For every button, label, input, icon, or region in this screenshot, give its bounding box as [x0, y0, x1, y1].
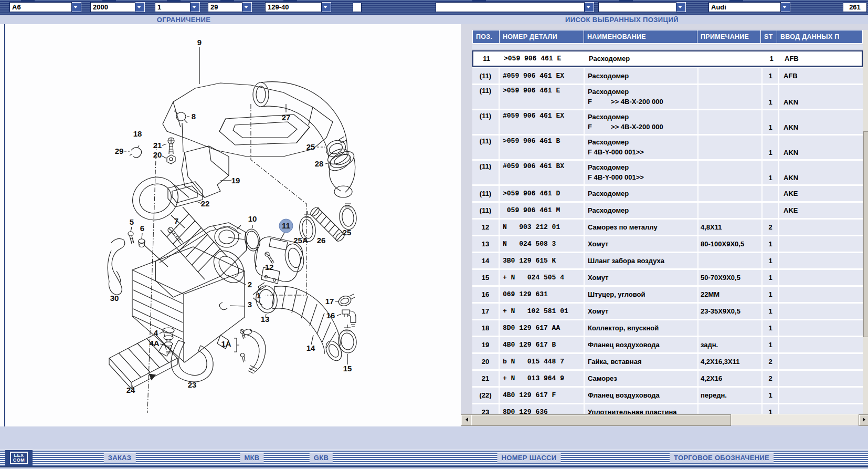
diagram-label-16[interactable]: 16: [326, 311, 335, 320]
exploded-diagram-panel[interactable]: 9188272528292120192256710111225A26252133…: [0, 24, 461, 426]
diagram-label-5[interactable]: 5: [130, 217, 134, 226]
table-row[interactable]: 20b N 015 448 7Гайка, вставная4,2X16,3X1…: [472, 354, 863, 369]
brand-combobox[interactable]: Audi: [708, 2, 790, 12]
horizontal-scrollbar-thumb[interactable]: [471, 414, 731, 426]
column-header-6[interactable]: ВВОД ДАННЫХ П: [777, 30, 862, 43]
diagram-label-22[interactable]: 22: [201, 199, 210, 208]
model-year-combobox[interactable]: 2000: [90, 2, 145, 12]
diagram-label-25A[interactable]: 25A: [293, 236, 308, 245]
diagram-label-30[interactable]: 30: [110, 294, 119, 303]
diagram-label-10[interactable]: 10: [248, 214, 257, 223]
table-row[interactable]: (11)>059 906 461 BРасходомерF 4B-Y-000 0…: [472, 136, 863, 159]
table-row[interactable]: (11)#059 906 461 BXРасходомерF 4B-Y-000 …: [472, 161, 863, 184]
chevron-down-icon[interactable]: [781, 2, 790, 12]
diagram-label-29[interactable]: 29: [115, 147, 124, 155]
diagram-label-4A[interactable]: 4A: [149, 339, 159, 348]
column-header-5[interactable]: ST: [761, 30, 777, 43]
statusbar-item-заказ[interactable]: ЗАКАЗ: [104, 453, 136, 463]
table-row[interactable]: (11)#059 906 461 EXРасходомерF >> 4B-X-2…: [472, 110, 863, 134]
statusbar-item-gкв[interactable]: GКВ: [310, 453, 333, 463]
search-combobox-1-value[interactable]: [436, 2, 585, 12]
diagram-label-13[interactable]: 13: [261, 315, 270, 324]
name-cell: Штуцер, угловой: [585, 287, 697, 302]
column-header-1[interactable]: ПОЗ.: [473, 30, 499, 43]
chevron-down-icon[interactable]: [135, 2, 145, 12]
search-combobox-2-value[interactable]: [598, 2, 676, 12]
statusbar-item-мкв[interactable]: МКВ: [240, 453, 263, 463]
chevron-down-icon[interactable]: [322, 2, 331, 12]
diagram-label-8[interactable]: 8: [192, 112, 196, 121]
table-row[interactable]: 194B0 129 617 BФланец воздуховодазадн.1: [472, 337, 863, 352]
diagram-label-12[interactable]: 12: [265, 263, 274, 272]
table-row[interactable]: (22)4B0 129 617 FФланец воздуховодаперед…: [472, 388, 863, 403]
column-header-3[interactable]: НАИМЕНОВАНИЕ: [584, 30, 697, 43]
diagram-label-27[interactable]: 27: [282, 113, 291, 122]
group-combobox[interactable]: 1: [155, 2, 200, 12]
diagram-label-2[interactable]: 2: [248, 280, 252, 289]
table-row[interactable]: (11)>059 906 461 EРасходомерF >> 4B-X-20…: [472, 85, 863, 109]
diagram-label-26[interactable]: 26: [317, 236, 326, 245]
table-row[interactable]: 21+ N 013 964 9Саморез4,2X162: [472, 371, 863, 386]
diagram-label-14[interactable]: 14: [306, 343, 315, 352]
diagram-label-1A[interactable]: 1A: [221, 339, 231, 348]
model-value[interactable]: A6: [9, 2, 72, 12]
diagram-label-3[interactable]: 3: [248, 300, 252, 309]
chevron-down-icon[interactable]: [585, 2, 594, 12]
model-year-value[interactable]: 2000: [90, 2, 135, 12]
search-combobox-2[interactable]: [598, 2, 686, 12]
table-row[interactable]: (11)#059 906 461 EXРасходомер1AFB: [472, 68, 863, 84]
table-row[interactable]: 17+ N 102 581 01Хомут23-35X9X0,51: [472, 304, 863, 319]
diagram-label-17[interactable]: 17: [325, 297, 334, 306]
diagram-label-25[interactable]: 25: [306, 142, 315, 151]
diagram-label-19[interactable]: 19: [231, 176, 240, 185]
diagram-label-20[interactable]: 20: [153, 150, 162, 159]
diagram-label-18[interactable]: 18: [133, 129, 142, 138]
diagram-label-24[interactable]: 24: [126, 385, 135, 394]
table-row[interactable]: (11)>059 906 461 DРасходомерAKE: [472, 186, 863, 201]
table-row[interactable]: 13N 024 508 3Хомут80-100X9X0,51: [472, 236, 863, 252]
quantity-cell: 1: [763, 253, 778, 268]
subgroup-combobox[interactable]: 29: [208, 2, 252, 12]
illustration-combobox[interactable]: 129-40: [265, 2, 331, 12]
table-row[interactable]: 188D0 129 617 AAКоллектор, впускной1: [472, 320, 863, 336]
column-header-2[interactable]: НОМЕР ДЕТАЛИ: [500, 30, 584, 43]
table-row[interactable]: 238D0 129 636Уплотнительная пластина1: [472, 404, 863, 414]
diagram-label-1[interactable]: 1: [257, 291, 261, 300]
column-header-4[interactable]: ПРИМЕЧАНИЕ: [697, 30, 760, 43]
diagram-label-23[interactable]: 23: [188, 380, 197, 389]
diagram-label-7[interactable]: 7: [174, 216, 178, 225]
search-combobox-1[interactable]: [436, 2, 594, 12]
diagram-label-11[interactable]: 11: [282, 221, 290, 230]
horizontal-scrollbar[interactable]: [461, 414, 868, 425]
scroll-right-button[interactable]: [859, 414, 868, 426]
diagram-label-15[interactable]: 15: [343, 364, 352, 373]
group-value[interactable]: 1: [155, 2, 190, 12]
subgroup-value[interactable]: 29: [208, 2, 242, 12]
table-row[interactable]: 16069 129 631Штуцер, угловой22ММ1: [472, 287, 863, 302]
diagram-label-25[interactable]: 25: [343, 228, 352, 237]
diagram-label-9[interactable]: 9: [197, 38, 202, 47]
statusbar-item-номер-шасси[interactable]: НОМЕР ШАССИ: [497, 453, 561, 463]
table-row[interactable]: 12N 903 212 01Саморез по металлу4,8X112: [472, 220, 863, 235]
vertical-scrollbar-thumb[interactable]: [863, 131, 868, 337]
scroll-left-button[interactable]: [461, 414, 471, 426]
part-name-qualifier: F >> 4B-X-200 000: [588, 97, 663, 107]
diagram-label-28[interactable]: 28: [315, 159, 324, 168]
table-row-selected[interactable]: 11>059 906 461 EРасходомер1AFB: [472, 50, 863, 67]
statusbar-item-торговое-обозначение[interactable]: ТОРГОВОЕ ОБОЗНАЧЕНИЕ: [670, 453, 774, 463]
model-combobox[interactable]: A6: [9, 2, 81, 12]
chevron-down-icon[interactable]: [72, 2, 81, 12]
table-row[interactable]: (11) 059 906 461 MРасходомерAKE: [472, 203, 863, 218]
diagram-label-21[interactable]: 21: [153, 141, 162, 150]
illustration-value[interactable]: 129-40: [265, 2, 322, 12]
vertical-scrollbar[interactable]: [863, 30, 868, 414]
chevron-down-icon[interactable]: [676, 2, 686, 12]
diagram-label-6[interactable]: 6: [140, 224, 144, 233]
table-row[interactable]: 143B0 129 615 KШланг забора воздуха1: [472, 253, 863, 268]
engine-code-cell: AKN: [779, 161, 863, 184]
table-row[interactable]: 15+ N 024 505 4Хомут50-70X9X0,51: [472, 270, 863, 285]
chevron-down-icon[interactable]: [242, 2, 252, 12]
brand-value[interactable]: Audi: [708, 2, 781, 12]
chevron-down-icon[interactable]: [190, 2, 200, 12]
diagram-label-4[interactable]: 4: [154, 328, 158, 337]
